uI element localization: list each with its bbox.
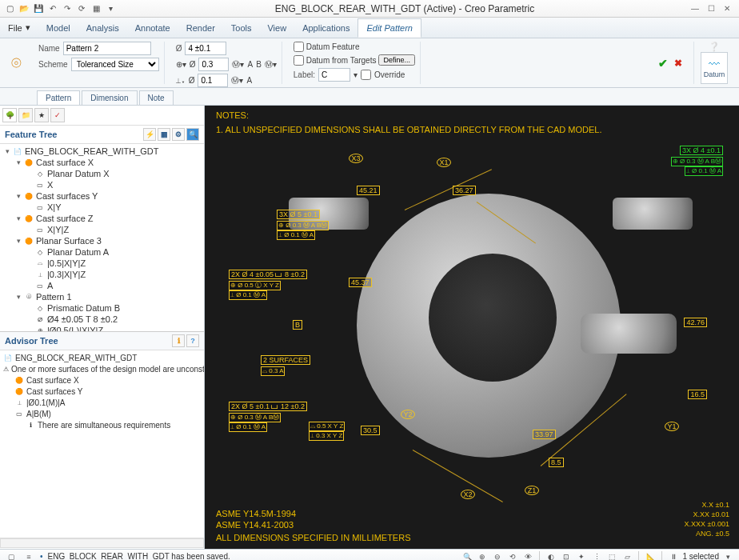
tree-item[interactable]: ⌓|0.5|X|Y|Z [0, 258, 204, 269]
minimize-button[interactable]: — [689, 3, 701, 14]
tree-item[interactable]: ▭X|Y [0, 202, 204, 213]
plane-display-icon[interactable]: ▱ [621, 551, 633, 561]
mark-y2[interactable]: Y2 [401, 410, 415, 419]
mark-x2[interactable]: X2 [461, 490, 475, 499]
tree-item[interactable]: ◇Planar Datum X [0, 168, 204, 179]
scheme-select[interactable]: Toleranced Size [71, 58, 159, 71]
dim-2x-dia5[interactable]: 2X Ø 5 ±0.1 ⌴ 12 ±0.2 [229, 402, 307, 411]
advisor-item[interactable]: ⟂|Ø0.1(M)|A [0, 397, 204, 408]
display-style-icon[interactable]: ◐ [545, 551, 557, 561]
axis-display-icon[interactable]: ✦ [575, 551, 588, 561]
position-value-input[interactable] [198, 58, 229, 71]
datum-feature-checkbox[interactable] [294, 42, 304, 52]
file-menu[interactable]: File ▾ [0, 19, 38, 36]
windows-icon[interactable]: ▦ [90, 2, 102, 15]
fcf-3[interactable]: ⊕ Ø 0.5 Ⓛ X Y Z [229, 281, 281, 290]
help-icon[interactable]: ❔ [709, 42, 720, 52]
fcf-4[interactable]: ⟂ Ø 0.1 Ⓜ A [229, 290, 267, 300]
fcf-1[interactable]: ⊕ Ø 0.3 Ⓜ A BⓂ [277, 221, 329, 230]
status-new-icon[interactable]: ▢ [5, 551, 18, 561]
advisor-item[interactable]: ⚠One or more surfaces of the design mode… [0, 363, 204, 374]
tab-analysis[interactable]: Analysis [78, 19, 127, 37]
advisor-tree[interactable]: 📄ENG_BLOCK_REAR_WITH_GDT⚠One or more sur… [0, 350, 204, 538]
dim-8-5[interactable]: 8.5 [549, 458, 564, 467]
point-display-icon[interactable]: ⋮ [590, 551, 603, 561]
tab-render[interactable]: Render [178, 19, 223, 37]
subtab-dimension[interactable]: Dimension [82, 90, 137, 105]
tab-applications[interactable]: Applications [294, 19, 358, 37]
viewport-3d[interactable]: NOTES: 1. ALL UNSPECIFIED DIMENSIONS SHA… [205, 106, 739, 549]
mark-x1[interactable]: X1 [437, 158, 451, 167]
horizontal-scrollbar[interactable] [0, 538, 204, 548]
surf-2[interactable]: 2 SURFACES [261, 355, 310, 365]
tab-tools[interactable]: Tools [223, 19, 260, 37]
tolerance-input[interactable] [185, 42, 226, 55]
view-mgr-icon[interactable]: 👁 [521, 551, 534, 561]
close-win-icon[interactable]: ▾ [104, 2, 117, 15]
tree-filter-icon[interactable]: ⚡ [143, 128, 156, 141]
advisor-help-icon[interactable]: ? [186, 334, 199, 347]
advisor-item[interactable]: 🟠Cast surfaces Y [0, 386, 204, 397]
tree-item[interactable]: ▾🟠Planar Surface 3 [0, 235, 204, 246]
advisor-item[interactable]: 📄ENG_BLOCK_REAR_WITH_GDT [0, 352, 204, 363]
zoom-in-icon[interactable]: ⊕ [476, 551, 489, 561]
mark-z1[interactable]: Z1 [525, 486, 539, 495]
tab-view[interactable]: View [259, 19, 294, 37]
csys-display-icon[interactable]: ⬚ [605, 551, 618, 561]
dim-33-97[interactable]: 33.97 [533, 430, 556, 439]
sidebar-tab-star[interactable]: ★ [34, 108, 49, 122]
dim-45-37[interactable]: 45.37 [349, 278, 372, 287]
tree-item[interactable]: ØØ4 ±0.05 T 8 ±0.2 [0, 314, 204, 325]
annot-display-icon[interactable]: 📐 [644, 551, 657, 561]
dim-30-5[interactable]: 30.5 [361, 426, 380, 435]
override-checkbox[interactable] [361, 70, 371, 80]
mark-b[interactable]: B [293, 320, 302, 330]
undo-icon[interactable]: ↶ [46, 2, 59, 15]
fcf-6[interactable]: ⟂ 0.3 X Y Z [309, 431, 344, 441]
status-layer-icon[interactable]: ≡ [22, 551, 35, 561]
tree-item[interactable]: ◇Prismatic Datum B [0, 302, 204, 314]
tree-item[interactable]: ⊕|Ø0.5(L)|X|Y|Z [0, 325, 204, 331]
new-icon[interactable]: ▢ [3, 2, 16, 15]
advisor-info-icon[interactable]: ℹ [172, 334, 185, 347]
tree-item[interactable]: ▾🟠Cast surfaces Y [0, 190, 204, 202]
fcf-green-1[interactable]: ⊕ Ø 0.3 Ⓜ A BⓂ [671, 157, 723, 166]
tree-item[interactable]: ▾🟠Cast surface X [0, 157, 204, 168]
tab-model[interactable]: Model [38, 19, 78, 37]
maximize-button[interactable]: ☐ [705, 3, 717, 14]
sidebar-tab-advisor[interactable]: ✓ [50, 108, 65, 122]
name-input[interactable] [63, 42, 151, 55]
save-icon[interactable]: 💾 [32, 2, 45, 15]
fcf-5[interactable]: ⌓ 0.5 X Y Z [309, 422, 345, 431]
open-icon[interactable]: 📂 [18, 2, 30, 15]
datum-button[interactable]: 〰Datum [701, 52, 728, 84]
dim-45-21[interactable]: 45.21 [357, 186, 380, 195]
datum-display-icon[interactable]: ⊡ [560, 551, 573, 561]
advisor-item[interactable]: ℹThere are simultaneous requirements [0, 419, 204, 430]
pattern-type-icon[interactable]: ⦾ [5, 42, 27, 84]
sidebar-tab-tree[interactable]: 🌳 [2, 108, 17, 122]
pause-icon[interactable]: ⏸ [667, 551, 680, 561]
tree-item[interactable]: ▾📄ENG_BLOCK_REAR_WITH_GDT [0, 146, 204, 157]
sidebar-tab-folder[interactable]: 📁 [18, 108, 33, 122]
zoom-fit-icon[interactable]: 🔍 [461, 551, 473, 561]
mark-y1[interactable]: Y1 [665, 422, 679, 431]
subtab-note[interactable]: Note [139, 90, 174, 105]
dim-16-5[interactable]: 16.5 [688, 390, 707, 399]
cancel-button[interactable]: ✖ [674, 58, 682, 69]
tree-item[interactable]: ▭X [0, 179, 204, 190]
advisor-item[interactable]: ▭A|B(M) [0, 408, 204, 419]
fcf-green-2[interactable]: ⟂ Ø 0.1 Ⓜ A [685, 166, 723, 176]
dim-42-76[interactable]: 42.76 [684, 318, 707, 327]
regen-icon[interactable]: ⟳ [75, 2, 88, 15]
refit-icon[interactable]: ⟲ [506, 551, 519, 561]
tree-item[interactable]: ▭X|Y|Z [0, 224, 204, 235]
datum-targets-checkbox[interactable] [294, 55, 304, 66]
tree-search-icon[interactable]: 🔍 [186, 128, 199, 141]
dim-3x-dia5[interactable]: 3X Ø 5 ±0.1 [277, 210, 320, 219]
fcf-8[interactable]: ⊕ Ø 0.3 Ⓜ A BⓂ [229, 413, 281, 422]
subtab-pattern[interactable]: Pattern [37, 90, 80, 105]
define-button[interactable]: Define... [378, 54, 415, 66]
tree-item[interactable]: ◇Planar Datum A [0, 246, 204, 258]
tab-annotate[interactable]: Annotate [127, 19, 178, 37]
